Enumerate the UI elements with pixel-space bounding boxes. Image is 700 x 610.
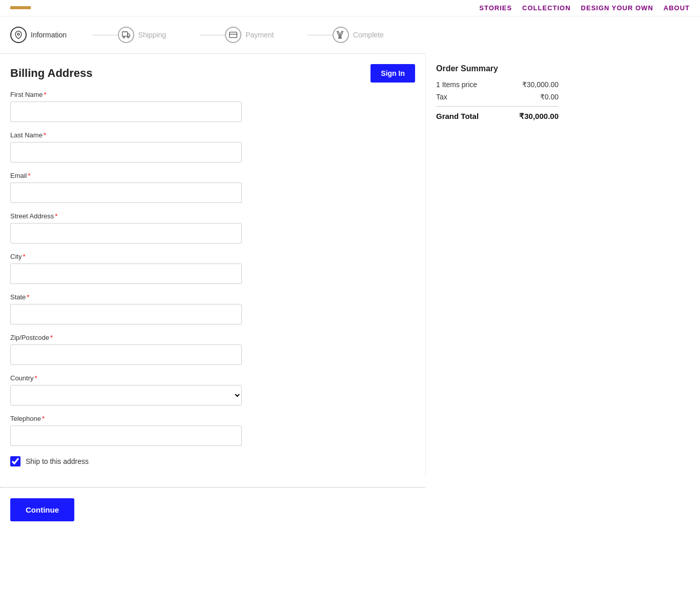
first-name-required: * [44,91,47,98]
step-information: Information [10,27,93,43]
state-input[interactable] [10,304,242,324]
last-name-required: * [44,131,46,139]
zip-group: Zip/Postcode* [10,334,415,365]
zip-label: Zip/Postcode* [10,334,415,341]
logo [10,6,31,10]
ship-address-row: Ship to this address [10,456,415,466]
main-layout: Billing Address Sign In First Name* Last… [0,54,700,477]
street-address-group: Street Address* [10,212,415,243]
nav-collection[interactable]: COLLECTION [522,4,571,12]
state-label: State* [10,293,415,301]
bottom-divider [0,487,425,488]
street-address-input[interactable] [10,223,242,243]
first-name-group: First Name* [10,91,415,122]
summary-grand-label: Grand Total [436,112,479,121]
step-separator-2 [200,35,225,35]
telephone-input[interactable] [10,425,242,446]
city-label: City* [10,253,415,260]
street-required: * [55,212,57,220]
summary-divider [436,106,559,107]
billing-title: Billing Address [10,67,93,80]
country-group: Country* India United States United King… [10,374,415,405]
top-navigation: STORIES COLLECTION DESIGN YOUR OWN ABOUT [0,0,700,16]
telephone-label: Telephone* [10,415,415,422]
step-information-icon [10,27,27,43]
form-section: Billing Address Sign In First Name* Last… [0,54,425,477]
step-separator-1 [93,35,117,35]
email-input[interactable] [10,182,242,203]
email-required: * [28,172,31,179]
summary-tax-price: ₹0.00 [540,93,559,101]
logo-bar [10,6,31,9]
summary-grand-total-row: Grand Total ₹30,000.00 [436,112,559,121]
svg-rect-1 [122,32,127,36]
order-summary-section: Order Summary 1 Items price ₹30,000.00 T… [425,54,569,477]
city-input[interactable] [10,263,242,284]
continue-button[interactable]: Continue [10,498,74,521]
sign-in-button[interactable]: Sign In [370,64,415,83]
step-information-label: Information [31,31,67,39]
summary-tax-row: Tax ₹0.00 [436,93,559,101]
nav-design-your-own[interactable]: DESIGN YOUR OWN [581,4,653,12]
telephone-required: * [42,415,45,422]
state-required: * [27,293,29,301]
step-separator-3 [307,35,332,35]
nav-about[interactable]: ABOUT [664,4,690,12]
last-name-label: Last Name* [10,131,415,139]
country-select[interactable]: India United States United Kingdom [10,385,242,405]
first-name-input[interactable] [10,101,242,122]
step-complete: Complete [333,27,415,43]
country-required: * [35,374,37,382]
city-required: * [23,253,25,260]
svg-point-0 [17,33,19,35]
svg-point-3 [127,36,129,38]
svg-point-2 [123,36,125,38]
summary-items-price: ₹30,000.00 [522,80,559,89]
first-name-label: First Name* [10,91,415,98]
last-name-input[interactable] [10,142,242,162]
state-group: State* [10,293,415,324]
step-payment-label: Payment [245,31,274,39]
step-shipping: Shipping [118,27,200,43]
summary-tax-label: Tax [436,93,447,101]
step-shipping-label: Shipping [138,31,167,39]
country-label: Country* [10,374,415,382]
summary-items-row: 1 Items price ₹30,000.00 [436,80,559,89]
telephone-group: Telephone* [10,415,415,446]
ship-to-address-label: Ship to this address [26,457,89,465]
zip-required: * [50,334,53,341]
last-name-group: Last Name* [10,131,415,162]
step-payment: Payment [225,27,307,43]
email-group: Email* [10,172,415,203]
step-shipping-icon [118,27,134,43]
zip-input[interactable] [10,344,242,365]
street-address-label: Street Address* [10,212,415,220]
summary-grand-price: ₹30,000.00 [519,112,559,121]
email-label: Email* [10,172,415,179]
city-group: City* [10,253,415,284]
billing-header: Billing Address Sign In [10,64,415,83]
step-complete-label: Complete [353,31,384,39]
step-payment-icon [225,27,241,43]
svg-rect-4 [230,32,237,38]
nav-stories[interactable]: STORIES [479,4,512,12]
summary-items-label: 1 Items price [436,80,477,89]
ship-to-address-checkbox[interactable] [10,456,20,466]
step-complete-icon [333,27,349,43]
order-summary-title: Order Summary [436,64,559,73]
checkout-steps: Information Shipping Payment [0,16,425,54]
